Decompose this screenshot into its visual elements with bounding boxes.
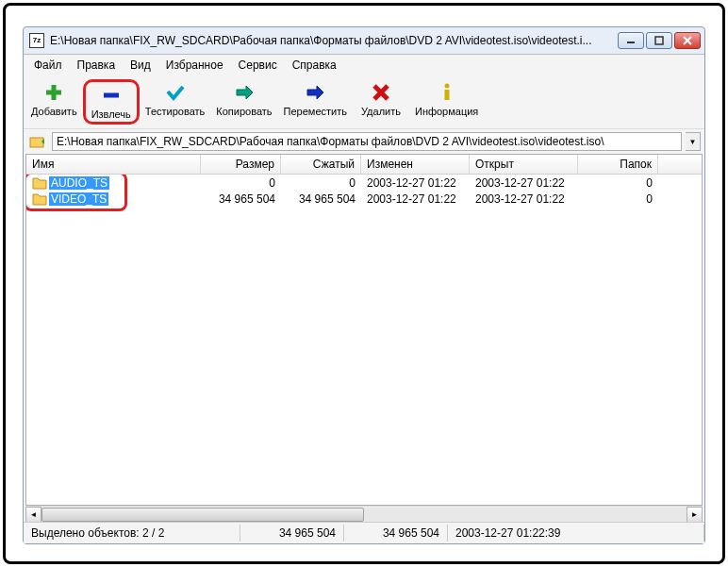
titlebar: 7z E:\Новая папка\FIX_RW_SDCARD\Рабочая … <box>24 27 704 54</box>
scroll-track[interactable] <box>41 508 687 522</box>
folder-up-icon <box>29 134 46 149</box>
address-input[interactable] <box>52 132 682 151</box>
svg-rect-13 <box>30 138 43 147</box>
minimize-button[interactable] <box>618 32 644 49</box>
col-modified[interactable]: Изменен <box>361 155 470 174</box>
minus-icon <box>101 85 122 106</box>
arrow-move-icon <box>305 82 325 103</box>
window-title: E:\Новая папка\FIX_RW_SDCARD\Рабочая пап… <box>50 34 612 47</box>
copy-button[interactable]: Копировать <box>210 79 277 125</box>
main-window: 7z E:\Новая папка\FIX_RW_SDCARD\Рабочая … <box>23 26 705 544</box>
folder-icon <box>32 176 47 190</box>
statusbar: Выделено объектов: 2 / 2 34 965 504 34 9… <box>24 522 704 543</box>
extract-label: Извлечь <box>91 108 131 120</box>
col-size[interactable]: Размер <box>201 155 281 174</box>
add-label: Добавить <box>31 106 77 117</box>
svg-marker-16 <box>33 194 46 205</box>
x-icon <box>371 82 391 103</box>
close-button[interactable] <box>674 32 701 49</box>
test-button[interactable]: Тестировать <box>140 79 211 125</box>
svg-marker-7 <box>237 86 253 99</box>
menubar: Файл Правка Вид Избранное Сервис Справка <box>24 55 704 75</box>
minimize-icon <box>626 36 636 45</box>
info-button[interactable]: Информация <box>409 79 484 125</box>
row-packed: 0 <box>281 176 361 190</box>
row-name: AUDIO_TS <box>49 176 109 190</box>
up-button[interactable] <box>27 132 48 151</box>
status-selected: Выделено объектов: 2 / 2 <box>24 525 240 542</box>
row-opened: 2003-12-27 01:22 <box>470 176 578 190</box>
col-folders[interactable]: Папок <box>578 155 658 174</box>
plus-icon <box>43 82 64 103</box>
folder-icon <box>32 192 47 206</box>
col-name[interactable]: Имя <box>26 155 201 174</box>
scroll-right-button[interactable]: ► <box>687 507 703 523</box>
svg-marker-8 <box>307 86 323 99</box>
arrow-right-icon <box>234 82 255 103</box>
svg-rect-12 <box>444 90 449 100</box>
app-icon: 7z <box>29 33 44 48</box>
row-folders: 0 <box>578 192 658 206</box>
row-folders: 0 <box>578 176 658 190</box>
svg-marker-15 <box>33 178 46 189</box>
file-list: Имя Размер Сжатый Изменен Открыт Папок A… <box>25 154 703 506</box>
menu-tools[interactable]: Сервис <box>232 57 284 74</box>
menu-view[interactable]: Вид <box>124 57 157 74</box>
row-name: VIDEO_TS <box>49 192 108 206</box>
move-label: Переместить <box>284 106 347 117</box>
delete-button[interactable]: Удалить <box>353 79 409 125</box>
move-button[interactable]: Переместить <box>278 79 353 125</box>
toolbar: Добавить Извлечь Тестировать Копировать … <box>24 75 704 129</box>
svg-rect-1 <box>655 37 663 44</box>
col-opened[interactable]: Открыт <box>470 155 578 174</box>
close-icon <box>683 36 692 45</box>
list-row[interactable]: VIDEO_TS 34 965 504 34 965 504 2003-12-2… <box>26 191 702 207</box>
address-dropdown[interactable]: ▼ <box>686 132 701 151</box>
col-packed[interactable]: Сжатый <box>281 155 361 174</box>
horizontal-scrollbar[interactable]: ◄ ► <box>25 506 703 522</box>
copy-label: Копировать <box>216 106 272 117</box>
address-bar: ▼ <box>24 129 704 154</box>
menu-edit[interactable]: Правка <box>71 57 123 74</box>
row-packed: 34 965 504 <box>281 192 361 206</box>
check-icon <box>165 82 186 103</box>
delete-label: Удалить <box>361 106 401 117</box>
list-row[interactable]: AUDIO_TS 0 0 2003-12-27 01:22 2003-12-27… <box>26 175 702 191</box>
scroll-left-button[interactable]: ◄ <box>25 507 41 523</box>
status-size: 34 965 504 <box>240 525 344 542</box>
menu-file[interactable]: Файл <box>27 57 69 74</box>
svg-point-11 <box>444 84 449 89</box>
menu-favorites[interactable]: Избранное <box>159 57 230 74</box>
row-size: 0 <box>201 176 281 190</box>
info-label: Информация <box>415 106 478 117</box>
info-icon <box>437 82 457 103</box>
list-header: Имя Размер Сжатый Изменен Открыт Папок <box>26 155 702 175</box>
status-date: 2003-12-27 01:22:39 <box>448 525 704 542</box>
scroll-thumb[interactable] <box>41 508 364 522</box>
row-opened: 2003-12-27 01:22 <box>470 192 578 206</box>
add-button[interactable]: Добавить <box>25 79 83 125</box>
row-modified: 2003-12-27 01:22 <box>361 176 470 190</box>
test-label: Тестировать <box>145 106 206 117</box>
maximize-icon <box>654 36 664 45</box>
menu-help[interactable]: Справка <box>286 57 343 74</box>
row-modified: 2003-12-27 01:22 <box>361 192 470 206</box>
status-packed: 34 965 504 <box>344 525 448 542</box>
extract-button[interactable]: Извлечь <box>83 79 140 125</box>
row-size: 34 965 504 <box>201 192 281 206</box>
maximize-button[interactable] <box>646 32 672 49</box>
